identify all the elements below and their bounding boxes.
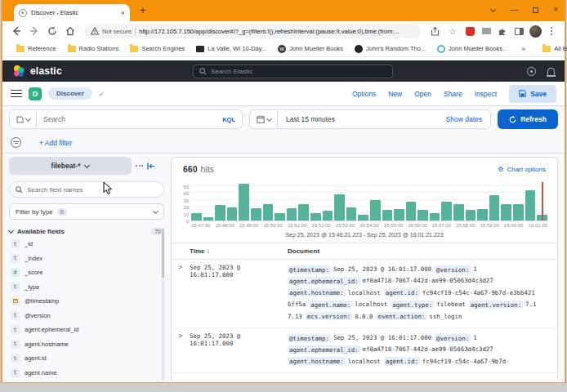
url-text[interactable]: http://172.105.7.150/app/discover#/?_g=(… [139,28,399,35]
extension-cast-icon[interactable] [480,24,493,38]
histogram-bar[interactable] [275,213,285,220]
doc-field-name[interactable]: agent.ephemeral_id: [288,345,360,354]
histogram-bar[interactable] [370,200,381,220]
available-fields-header[interactable]: Available fields 70 [9,228,164,235]
expand-row-icon[interactable]: > [172,264,190,323]
tab-search-chevron-icon[interactable] [490,6,496,11]
histogram-bar[interactable] [501,204,511,220]
doc-field-name[interactable]: agent.type: [391,301,434,309]
open-button[interactable]: Open [414,90,431,98]
filter-by-type-select[interactable]: Filter by type 0 [9,203,164,220]
histogram-bar[interactable] [417,210,428,220]
alerts-icon[interactable] [547,68,555,75]
maximize-button[interactable] [533,7,538,13]
minimize-button[interactable]: — [510,6,518,14]
doc-field-name[interactable]: agent.id: [384,288,420,296]
add-filter-link[interactable]: + Add filter [39,139,72,147]
field-list-item[interactable]: tagent.ephemeral_id [9,323,164,337]
histogram-bar[interactable] [513,204,524,220]
field-list-item[interactable]: t_type [9,280,164,295]
new-button[interactable]: New [388,90,402,98]
histogram-bar[interactable] [346,207,357,220]
histogram-bar[interactable] [525,190,536,220]
histogram-bar[interactable] [441,202,452,220]
doc-field-name[interactable]: @timestamp: [288,265,331,274]
bookmark-item[interactable]: La Valle, WI 10-Day... [190,45,272,52]
field-list-item[interactable]: tagent.name [9,366,164,381]
histogram-bar[interactable] [358,215,368,220]
doc-field-name[interactable]: @version: [435,265,471,274]
index-pattern-select[interactable]: filebeat-* [9,157,132,175]
bookmark-item[interactable]: John's Random Tho... [349,45,431,53]
field-list-item[interactable]: t_index [9,252,164,266]
histogram-bar[interactable] [394,209,404,220]
profile-avatar[interactable] [529,24,542,38]
doc-field-name[interactable]: agent.id: [384,357,420,365]
field-list-item[interactable]: tagent.id [9,351,164,366]
all-bookmarks-button[interactable]: All Bookmarks [537,45,567,52]
histogram-bar[interactable] [287,208,297,220]
doc-field-name[interactable]: agent.hostname: [288,357,346,365]
collapse-sidebar-icon[interactable] [147,163,155,170]
histogram-bar[interactable] [191,213,202,220]
histogram-bar[interactable] [239,184,249,220]
histogram-bar[interactable] [430,213,440,220]
calendar-menu-button[interactable] [250,110,278,128]
histogram-bar[interactable] [453,204,464,220]
chart-options-button[interactable]: ⚙ Chart options [498,166,546,173]
not-secure-label[interactable]: Not secure [102,28,132,35]
field-search-input[interactable]: Search field names [9,181,164,198]
back-button[interactable] [9,24,24,38]
histogram-bar[interactable] [477,209,488,220]
options-button[interactable]: Options [352,90,376,98]
time-range-value[interactable]: Last 15 minutes [278,115,438,123]
field-list-item[interactable]: t_id [9,237,164,252]
filter-menu-icon[interactable] [11,137,21,148]
bookmark-item[interactable]: Search Engines [124,45,190,52]
search-query-input[interactable]: Search KQL [37,109,243,129]
histogram-bar[interactable] [406,202,417,220]
refresh-button[interactable]: Refresh [498,109,558,129]
elastic-logo[interactable]: elastic [12,65,62,78]
close-window-button[interactable]: × [553,6,558,14]
histogram-bar[interactable] [489,195,500,220]
bookmarks-overflow-chevron[interactable]: » [516,45,530,53]
sidebar-scrollbar[interactable] [162,229,164,381]
help-icon[interactable] [527,67,536,76]
side-panel-icon[interactable] [512,24,525,38]
field-list-item[interactable]: t@version [9,309,164,323]
kql-label[interactable]: KQL [222,116,235,123]
bookmark-item[interactable]: Reference [11,45,62,52]
bookmark-item[interactable]: WJohn Mueller Books [272,45,349,53]
bookmark-item[interactable]: Radio Stations [62,45,125,52]
reload-button[interactable] [45,24,60,38]
doc-field-name[interactable]: event.action: [376,312,426,320]
new-tab-button[interactable]: + [140,5,146,16]
saved-query-menu-button[interactable] [9,109,37,129]
share-button[interactable]: Share [444,90,462,98]
share-icon[interactable] [427,24,442,38]
show-dates-link[interactable]: Show dates [438,115,490,123]
histogram-bar[interactable] [323,211,333,220]
field-list-item[interactable]: tagent.hostname [9,337,164,352]
histogram-bar[interactable] [227,207,238,220]
histogram-bar[interactable] [382,210,393,220]
forward-button[interactable] [27,24,42,38]
browser-tab[interactable]: Discover - Elastic × [14,4,130,21]
histogram-bar[interactable] [203,217,214,220]
histogram-bar[interactable] [263,204,274,220]
histogram-bar[interactable] [334,194,345,220]
doc-field-name[interactable]: agent.name: [309,301,352,309]
tab-close-icon[interactable]: × [121,9,125,17]
doc-field-name[interactable]: ecs.version: [306,312,352,320]
sort-descending-icon[interactable]: ↓ [207,247,210,255]
inspect-button[interactable]: Inspect [475,90,497,98]
home-button[interactable] [63,24,78,38]
browser-menu-kebab-icon[interactable] [545,24,558,38]
doc-field-name[interactable]: agent.ephemeral_id: [288,277,360,285]
address-bar[interactable]: Not secure http://172.105.7.150/app/disc… [84,24,421,38]
histogram-bar[interactable] [251,208,261,220]
bookmark-item[interactable]: John Mueller Books... [431,45,513,53]
menu-hamburger-icon[interactable] [11,90,22,98]
field-list-item[interactable]: @timestamp [9,294,164,309]
